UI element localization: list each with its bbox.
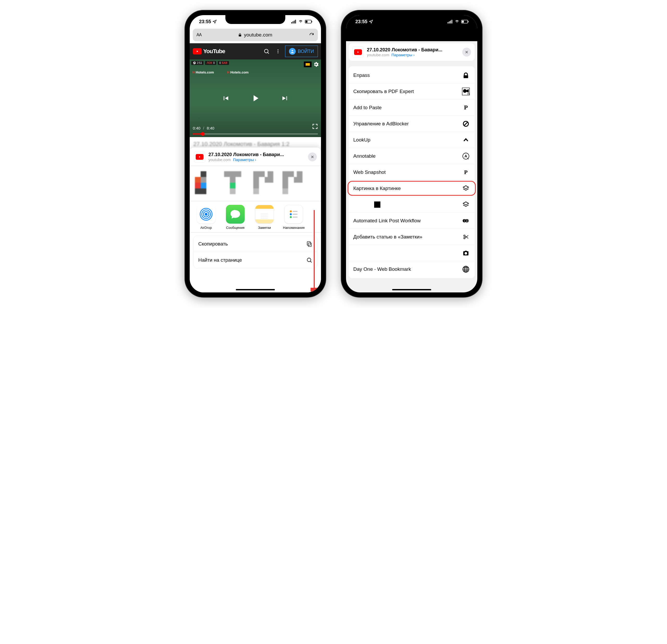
action-workflow[interactable]: Automated Link Post Workflow — [348, 213, 475, 229]
app-reminders[interactable]: Напоминания — [283, 205, 304, 230]
app-notes[interactable]: Заметки — [254, 205, 275, 230]
search-button[interactable] — [262, 47, 271, 56]
sheet-subtitle: youtube.com Параметры › — [367, 53, 459, 57]
phone-right: 23:55 — [341, 11, 482, 297]
action-enpass[interactable]: Enpass — [348, 67, 475, 83]
action-add-note[interactable]: Добавить статью в «Заметки» — [348, 229, 475, 245]
chevron-up-icon — [462, 136, 470, 144]
svg-point-21 — [290, 213, 292, 215]
svg-point-7 — [264, 49, 268, 53]
websnapshot-icon: P — [462, 168, 470, 176]
action-adblocker[interactable]: Управление в AdBlocker — [348, 116, 475, 132]
action-annotable[interactable]: Annotable A — [348, 148, 475, 164]
svg-rect-33 — [452, 20, 452, 23]
youtube-play-icon — [193, 48, 202, 54]
share-actions-list: Скопировать Найти на странице — [193, 236, 318, 269]
lock-icon — [238, 33, 242, 37]
battery-icon — [305, 20, 313, 23]
share-title: 27.10.2020 Локомотив - Бавари... — [208, 152, 305, 157]
location-icon — [213, 19, 217, 24]
text-size-button[interactable]: AA — [196, 33, 201, 37]
svg-point-45 — [464, 237, 465, 239]
contacts-row[interactable] — [190, 166, 321, 201]
svg-rect-6 — [312, 21, 312, 22]
svg-rect-12 — [306, 63, 310, 66]
app-messages[interactable]: Сообщения — [225, 205, 246, 230]
home-indicator[interactable] — [392, 289, 431, 290]
close-button[interactable] — [462, 48, 471, 57]
next-button[interactable] — [280, 93, 290, 103]
url-domain: youtube.com — [244, 32, 272, 38]
action-dayone[interactable]: Day One - Web Bookmark — [348, 261, 475, 277]
svg-point-10 — [277, 52, 278, 53]
svg-point-20 — [290, 210, 292, 212]
svg-rect-36 — [468, 21, 469, 22]
youtube-brand-text: YouTube — [203, 48, 225, 55]
scissors-icon — [462, 233, 470, 241]
svg-rect-35 — [462, 20, 464, 23]
action-unknown[interactable] — [348, 196, 475, 213]
sheet-options-link[interactable]: Параметры › — [391, 53, 414, 57]
app-airdrop[interactable]: AirDrop — [195, 205, 217, 230]
url-bar[interactable]: AA youtube.com — [193, 29, 318, 41]
time-total: 8:40 — [207, 126, 214, 130]
action-websnapshot[interactable]: Web Snapshot P — [348, 164, 475, 180]
phone-left: 23:55 AA — [185, 11, 326, 297]
svg-point-8 — [277, 49, 278, 50]
svg-rect-30 — [448, 22, 449, 23]
actions-sheet: 27.10.2020 Локомотив - Бавари... youtube… — [348, 43, 475, 290]
svg-rect-31 — [449, 21, 450, 23]
youtube-header: YouTube ВОЙТИ — [190, 43, 321, 60]
sheet-header: 27.10.2020 Локомотив - Бавари... youtube… — [348, 43, 475, 61]
menu-button[interactable] — [274, 47, 282, 56]
avatar-icon — [289, 48, 296, 55]
cellular-icon — [448, 20, 453, 23]
wifi-icon — [298, 20, 303, 23]
annotation-arrow — [311, 209, 318, 292]
close-button[interactable] — [308, 152, 317, 161]
share-subtitle: youtube.com Параметры › — [208, 157, 305, 162]
app-notes-label: Заметки — [254, 226, 275, 230]
enpass-icon — [462, 71, 470, 80]
action-pip[interactable]: Картинка в Картинке — [348, 180, 475, 196]
time-current: 0:40 — [193, 126, 200, 130]
action-paste[interactable]: Add to Paste P — [348, 99, 475, 116]
action-pdfexpert[interactable]: Скопировать в PDF Expert PDF — [348, 83, 475, 99]
svg-point-44 — [464, 235, 465, 236]
signin-button[interactable]: ВОЙТИ — [285, 46, 318, 57]
action-copy[interactable]: Скопировать — [194, 236, 317, 252]
scoreboard: ⚽2:51 ЛОК0 0БАВ — [191, 61, 229, 65]
svg-rect-27 — [307, 242, 310, 245]
progress-bar[interactable] — [193, 133, 318, 134]
svg-point-11 — [292, 50, 293, 51]
layers-icon — [462, 200, 470, 209]
paste-icon: P — [462, 103, 470, 112]
action-camera[interactable] — [348, 245, 475, 261]
app-reminders-label: Напоминания — [283, 226, 304, 230]
youtube-logo[interactable]: YouTube — [193, 48, 225, 55]
svg-rect-3 — [295, 20, 296, 23]
gear-icon[interactable] — [313, 61, 320, 68]
sheet-title: 27.10.2020 Локомотив - Бавари... — [367, 47, 459, 53]
svg-text:A: A — [465, 154, 468, 158]
fullscreen-button[interactable] — [312, 124, 318, 130]
status-time: 23:55 — [199, 19, 211, 25]
battery-icon — [461, 20, 469, 23]
svg-point-22 — [290, 216, 292, 218]
ad-banner: H Hotels.com H Hotels.com — [192, 70, 248, 74]
share-options-link[interactable]: Параметры › — [233, 157, 256, 162]
infinity-icon — [462, 216, 470, 225]
pdf-icon: PDF — [462, 87, 470, 96]
home-indicator[interactable] — [236, 289, 275, 290]
action-find[interactable]: Найти на странице — [194, 252, 317, 268]
play-button[interactable] — [250, 93, 261, 103]
share-thumb — [194, 151, 205, 163]
annotable-icon: A — [462, 152, 470, 160]
svg-rect-0 — [291, 22, 292, 23]
reload-icon[interactable] — [309, 32, 314, 37]
video-player[interactable]: ⚽2:51 ЛОК0 0БАВ H Hotels.com H Hotels.co… — [190, 60, 321, 137]
prev-button[interactable] — [221, 93, 231, 103]
share-sheet: 27.10.2020 Локомотив - Бавари... youtube… — [190, 147, 321, 292]
action-lookup[interactable]: LookUp — [348, 132, 475, 148]
app-airdrop-label: AirDrop — [195, 226, 217, 230]
